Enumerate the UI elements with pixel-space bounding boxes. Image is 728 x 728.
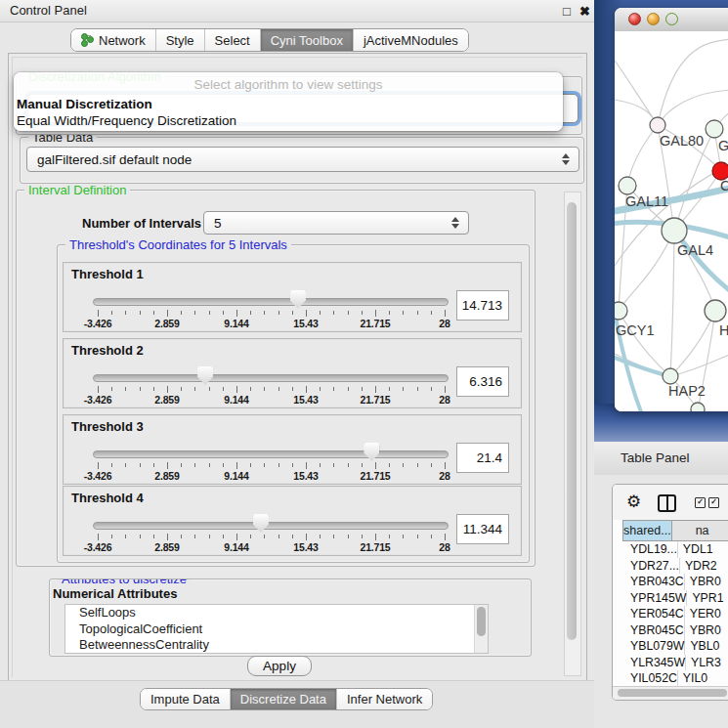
table-row[interactable]: YDL19...YDL1 [622, 541, 728, 558]
tab-network[interactable]: Network [71, 29, 155, 51]
number-of-intervals-spinner[interactable]: 5 [203, 211, 469, 235]
bottom-tab-infer-network[interactable]: Infer Network [336, 689, 432, 709]
cell-name[interactable]: YBR0 [685, 622, 728, 639]
cell-name[interactable]: YLR3 [686, 655, 728, 671]
threshold-slider-handle[interactable] [253, 514, 269, 533]
cell-shared-name[interactable]: YDR27... [622, 558, 680, 575]
tab-jactivemnodules[interactable]: jActiveMNodules [353, 29, 468, 51]
table-row[interactable]: YBR043CYBR0 [622, 574, 728, 590]
slider-tick [403, 463, 404, 467]
apply-button[interactable]: Apply [247, 656, 312, 676]
cell-name[interactable]: YIL0 [678, 670, 728, 686]
table-horizontal-scrollbar[interactable] [613, 686, 728, 700]
slider-tick [125, 535, 126, 538]
threshold-box: Threshold 1 -3.4262.8599.14415.4321.7152… [63, 262, 522, 332]
network-node[interactable] [650, 117, 665, 133]
cell-shared-name[interactable]: YPR145W [622, 590, 687, 607]
cell-shared-name[interactable]: YBR045C [622, 622, 685, 639]
table-panel-body: ⚙ ✓ ✓ shared... na YDL19...YDL1YDR27...Y… [594, 475, 728, 728]
numerical-attributes-list[interactable]: SelfLoopsTopologicalCoefficientBetweenne… [64, 604, 489, 654]
gear-icon[interactable]: ⚙ [626, 492, 641, 511]
table-row[interactable]: YER054CYER0 [622, 606, 728, 622]
cell-name[interactable]: YDR2 [680, 558, 728, 575]
algorithm-option-manual[interactable]: Manual Discretization [17, 97, 152, 111]
slider-tick [362, 535, 363, 538]
threshold-slider-track[interactable] [93, 522, 449, 530]
scrollbar-thumb[interactable] [477, 607, 486, 636]
table-panel-title: Table Panel [621, 450, 690, 465]
slider-scale-label: 9.144 [212, 470, 261, 482]
threshold-slider-handle[interactable] [197, 366, 213, 385]
cell-shared-name[interactable]: YBL079W [622, 638, 685, 655]
slider-tick [320, 311, 321, 315]
table-row[interactable]: YBL079WYBL0 [622, 638, 728, 655]
close-traffic-light-icon[interactable] [628, 13, 641, 25]
attribute-item[interactable]: TopologicalCoefficient [65, 621, 488, 638]
slider-tick [181, 387, 182, 391]
attribute-item[interactable]: SelfLoops [65, 605, 488, 621]
threshold-slider-track[interactable] [93, 298, 449, 306]
threshold-slider-track[interactable] [93, 374, 449, 382]
slider-tick [167, 462, 168, 469]
close-icon[interactable]: ✖ [579, 4, 590, 19]
table-row[interactable]: YIL052CYIL0 [622, 670, 728, 686]
scrollbar-thumb[interactable] [618, 689, 727, 697]
network-node[interactable] [705, 300, 726, 321]
network-node[interactable] [619, 177, 636, 194]
cell-shared-name[interactable]: YLR345W [622, 655, 686, 671]
table-rows: YDL19...YDL1YDR27...YDR2YBR043CYBR0YPR14… [622, 541, 728, 686]
network-node[interactable] [706, 120, 723, 138]
threshold-value-field[interactable] [456, 514, 509, 544]
table-row[interactable]: YPR145WYPR1 [622, 590, 728, 607]
table-row[interactable]: YBR045CYBR0 [622, 622, 728, 639]
threshold-slider-track[interactable] [93, 450, 449, 458]
cell-name[interactable]: YDL1 [678, 541, 728, 558]
bottom-tab-discretize-data[interactable]: Discretize Data [230, 689, 336, 709]
slider-tick [153, 311, 154, 315]
scrollbar-thumb[interactable] [567, 202, 577, 640]
bottom-tab-impute-data[interactable]: Impute Data [141, 689, 230, 709]
cell-name[interactable]: YER0 [685, 606, 728, 622]
network-node[interactable] [615, 302, 627, 320]
columns-icon[interactable] [658, 494, 676, 512]
column-header-name[interactable]: na [672, 520, 728, 541]
network-node[interactable] [691, 403, 705, 411]
cell-name[interactable]: YPR1 [687, 590, 728, 607]
threshold-slider-handle[interactable] [290, 290, 306, 309]
network-window-titlebar[interactable] [615, 8, 728, 32]
column-header-shared-name[interactable]: shared... [622, 520, 672, 541]
slider-tick [223, 535, 224, 538]
cell-shared-name[interactable]: YER054C [622, 606, 685, 622]
algorithm-option-equal-width[interactable]: Equal Width/Frequency Discretization [17, 113, 236, 128]
tab-select[interactable]: Select [204, 29, 260, 51]
tab-cyni-toolbox[interactable]: Cyni Toolbox [260, 29, 353, 51]
cell-name[interactable]: YBR0 [685, 574, 728, 590]
table-row[interactable]: YLR345WYLR3 [622, 655, 728, 671]
table-row[interactable]: YDR27...YDR2 [622, 558, 728, 575]
minimize-traffic-light-icon[interactable] [647, 13, 660, 25]
network-node[interactable] [662, 218, 687, 243]
threshold-label: Threshold 2 [71, 343, 144, 358]
threshold-slider-handle[interactable] [364, 443, 379, 461]
cell-shared-name[interactable]: YDL19... [622, 541, 678, 558]
network-node[interactable] [663, 368, 678, 384]
slider-tick [264, 535, 265, 538]
zoom-traffic-light-icon[interactable] [665, 13, 678, 25]
cell-shared-name[interactable]: YIL052C [622, 670, 678, 686]
checkbox-icon[interactable]: ✓ [695, 497, 706, 508]
network-canvas[interactable]: GAL80 GA C GAL11 GAL4 GCY1 H HAP2 [615, 31, 728, 411]
cell-name[interactable]: YBL0 [685, 638, 728, 655]
cell-shared-name[interactable]: YBR043C [622, 574, 685, 590]
network-view-window[interactable]: GAL80 GA C GAL11 GAL4 GCY1 H HAP2 [615, 8, 728, 411]
threshold-value-field[interactable] [456, 290, 509, 321]
float-window-icon[interactable]: □ [563, 4, 571, 19]
attributes-list-scrollbar[interactable] [474, 605, 488, 653]
slider-scale-label: -3.426 [73, 470, 122, 482]
threshold-value-field[interactable] [456, 366, 509, 397]
checkbox-icon[interactable]: ✓ [708, 497, 719, 508]
threshold-value-field[interactable] [456, 443, 509, 473]
slider-tick [375, 386, 376, 393]
attribute-item[interactable]: BetweennessCentrality [65, 637, 488, 654]
tab-style[interactable]: Style [155, 29, 204, 51]
panel-vertical-scrollbar[interactable] [564, 192, 581, 676]
